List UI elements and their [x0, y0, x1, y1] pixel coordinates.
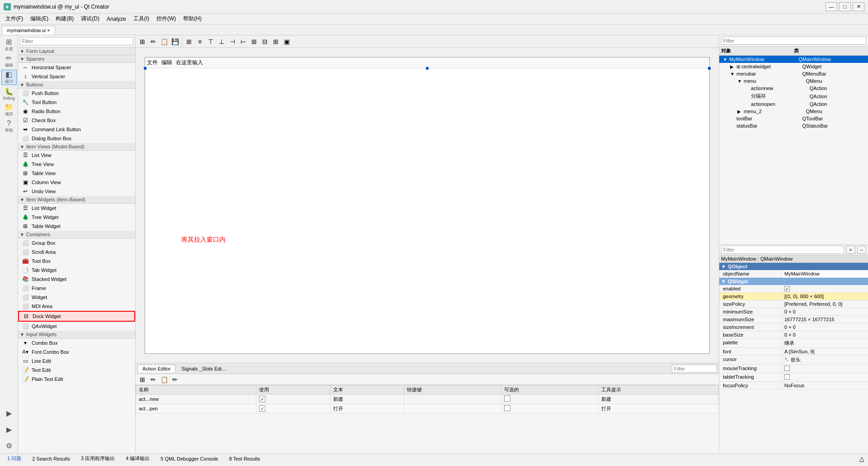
canvas-menu-input[interactable]: 在这里输入: [176, 59, 203, 67]
minimize-button[interactable]: —: [826, 2, 837, 11]
widget-list-view[interactable]: ☰ List View: [18, 151, 135, 160]
widget-table-widget[interactable]: ⊞ Table Widget: [18, 222, 135, 231]
tree-item-mymainwindow[interactable]: ▼ MyMainWindow QMainWindow: [719, 56, 868, 63]
category-containers[interactable]: ▼ Containers: [18, 231, 135, 238]
widget-group-box[interactable]: ⬜ Group Box: [18, 238, 135, 247]
widget-tree-widget[interactable]: 🌲 Tree Widget: [18, 213, 135, 222]
prop-value-font[interactable]: A [SimSun, 9]: [783, 348, 868, 355]
prop-row-cursor[interactable]: cursor ↖ 箭头: [719, 356, 868, 365]
property-add-btn[interactable]: +: [846, 246, 855, 254]
status-compile-output[interactable]: 4 编译输出: [122, 455, 153, 462]
category-form-layout[interactable]: ▼ Form Layout: [18, 48, 135, 55]
widget-scroll-area[interactable]: ⬜ Scroll Area: [18, 247, 135, 257]
tree-item-actionopen[interactable]: ▶ actionopen QAction: [719, 100, 868, 108]
prop-row-objectname[interactable]: objectName MyMainWindow: [719, 270, 868, 278]
status-test-results[interactable]: 8 Test Results: [226, 456, 264, 461]
tree-item-actionnew[interactable]: ▶ actionnew QAction: [719, 85, 868, 92]
tree-arrow-mymainwindow[interactable]: ▼: [723, 57, 727, 62]
canvas-menu-file[interactable]: 文件: [147, 59, 158, 67]
widget-combo-box[interactable]: ▾ Combo Box: [18, 338, 135, 347]
action-btn3[interactable]: 📋: [159, 375, 169, 385]
prop-row-focuspolicy[interactable]: focusPolicy NoFocus: [719, 382, 868, 390]
property-remove-btn[interactable]: −: [857, 246, 866, 254]
resize-handle-bottom[interactable]: [426, 67, 429, 70]
widget-mdi-area[interactable]: ⬜ MDI Area: [18, 302, 135, 311]
mousetracking-checkbox[interactable]: [784, 366, 790, 371]
category-input-widgets[interactable]: ▼ Input Widgets: [18, 331, 135, 338]
status-app-output[interactable]: 3 应用程序输出: [77, 455, 118, 462]
prop-group-qwidget[interactable]: ▼ QWidget: [719, 278, 868, 285]
resize-handle-br[interactable]: [708, 67, 711, 70]
canvas-align-btn2[interactable]: ≡: [195, 37, 205, 47]
tab-mainwindow-ui[interactable]: mymainwindow.ui ×: [2, 26, 55, 35]
widget-column-view[interactable]: ▣ Column View: [18, 178, 135, 187]
canvas-align-btn7[interactable]: ⊞: [249, 37, 259, 47]
prop-row-maximumsize[interactable]: maximumSize 16777215 × 16777215: [719, 316, 868, 323]
menu-file[interactable]: 文件(F): [2, 14, 27, 24]
canvas-align-btn10[interactable]: ▣: [282, 37, 292, 47]
widget-tree-view[interactable]: 🌲 Tree View: [18, 160, 135, 169]
mode-bottom1[interactable]: ▶: [1, 405, 17, 421]
menu-build[interactable]: 构建(B): [52, 14, 77, 24]
tree-item-menu[interactable]: ▼ menu QMenu: [719, 77, 868, 85]
canvas-align-btn8[interactable]: ⊟: [260, 37, 270, 47]
action-btn4[interactable]: ✏: [170, 375, 180, 385]
tree-arrow-menu2[interactable]: ▶: [737, 109, 742, 114]
widget-qaxwidget[interactable]: ⬜ QAxWidget: [18, 322, 135, 331]
prop-group-qobject[interactable]: ▼ QObject: [719, 263, 868, 270]
canvas-align-btn5[interactable]: ⊣: [227, 37, 237, 47]
widget-radio-button[interactable]: ◉ Radio Button: [18, 107, 135, 116]
prop-row-basesize[interactable]: baseSize 0 × 0: [719, 331, 868, 339]
prop-row-tablettracking[interactable]: tabletTracking: [719, 373, 868, 382]
action-btn2[interactable]: ✏: [148, 375, 158, 385]
prop-value-sizeincrement[interactable]: 0 × 0: [783, 323, 868, 331]
widget-font-combo-box[interactable]: A▾ Font Combo Box: [18, 347, 135, 357]
widget-tool-button[interactable]: 🔧 Tool Button: [18, 98, 135, 107]
widget-plain-text-edit[interactable]: 📝 Plain Text Edit: [18, 375, 135, 384]
tree-item-statusbar[interactable]: ▶ statusBar QStatusBar: [719, 122, 868, 129]
prop-value-sizepolicy[interactable]: [Preferred, Preferred, 0, 0]: [783, 300, 868, 308]
menu-analyze[interactable]: Analyze: [103, 15, 130, 23]
widget-dock-widget[interactable]: ⊟ Dock Widget: [18, 311, 135, 322]
bottom-tab-action-editor[interactable]: Action Editor: [137, 365, 175, 372]
status-problems[interactable]: 1 问题: [4, 455, 25, 462]
tree-item-menu2[interactable]: ▶ menu_2 QMenu: [719, 108, 868, 115]
widget-check-box[interactable]: ☑ Check Box: [18, 116, 135, 125]
prop-value-maximumsize[interactable]: 16777215 × 16777215: [783, 316, 868, 323]
prop-row-sizeincrement[interactable]: sizeIncrement 0 × 0: [719, 323, 868, 331]
widget-widget[interactable]: ⬜ Widget: [18, 293, 135, 302]
action-row-new[interactable]: act...new 新建 新建: [136, 395, 719, 404]
prop-row-minimumsize[interactable]: minimumSize 0 × 0: [719, 308, 868, 316]
widget-line-edit[interactable]: ▭ Line Edit: [18, 357, 135, 366]
widget-vertical-spacer[interactable]: ↕ Vertical Spacer: [18, 72, 135, 81]
mode-debug[interactable]: 🐛 Debug: [1, 86, 17, 101]
prop-value-basesize[interactable]: 0 × 0: [783, 331, 868, 338]
mode-edit[interactable]: ✏ 编辑: [1, 53, 17, 69]
widget-table-view[interactable]: ⊞ Table View: [18, 169, 135, 178]
canvas-tb-btn3[interactable]: 📋: [159, 37, 169, 47]
canvas-tb-btn1[interactable]: ⊞: [137, 37, 147, 47]
prop-row-sizepolicy[interactable]: sizePolicy [Preferred, Preferred, 0, 0]: [719, 300, 868, 308]
menu-tools[interactable]: 工具(I): [130, 14, 153, 24]
mode-help[interactable]: ? 帮助: [1, 119, 17, 134]
mode-welcome[interactable]: ⊞ 欢迎: [1, 37, 17, 52]
design-canvas[interactable]: 文件 编辑 在这里输入: [145, 57, 710, 354]
prop-value-tablettracking[interactable]: [783, 373, 868, 381]
widget-tool-box[interactable]: 🧰 Tool Box: [18, 257, 135, 266]
action-used-open-checkbox[interactable]: [259, 405, 265, 412]
widget-filter-input[interactable]: [20, 37, 133, 45]
widget-tab-widget[interactable]: 📑 Tab Widget: [18, 266, 135, 275]
canvas-align-btn6[interactable]: ⊢: [238, 37, 248, 47]
canvas-align-btn1[interactable]: ⊞: [184, 37, 194, 47]
widget-push-button[interactable]: ⬜ Push Button: [18, 89, 135, 98]
prop-value-geometry[interactable]: [(0, 0), 800 × 600]: [783, 293, 868, 300]
canvas-align-btn4[interactable]: ⊥: [217, 37, 226, 47]
tablettracking-checkbox[interactable]: [784, 374, 790, 380]
mode-bottom3[interactable]: ⚙: [1, 438, 17, 453]
resize-handle-bl[interactable]: [144, 67, 146, 70]
object-inspector-filter[interactable]: [721, 37, 866, 45]
menu-edit[interactable]: 编辑(E): [27, 14, 52, 24]
menu-help[interactable]: 帮助(H): [179, 14, 205, 24]
category-item-widgets[interactable]: ▼ Item Widgets (Item-Based): [18, 196, 135, 204]
prop-value-focuspolicy[interactable]: NoFocus: [783, 382, 868, 389]
